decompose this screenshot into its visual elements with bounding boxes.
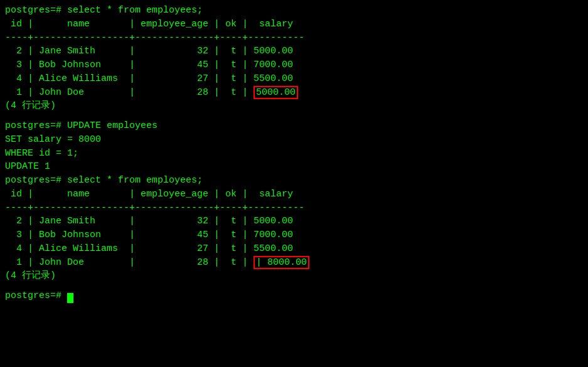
update-text: UPDATE employees	[67, 120, 158, 131]
update-result: UPDATE 1	[5, 160, 583, 174]
blank-2	[5, 283, 583, 289]
row-1-4: 1 | John Doe | 28 | t | 5000.00	[5, 86, 583, 100]
update-cmd-3: WHERE id = 1;	[5, 147, 583, 161]
cursor	[67, 293, 73, 303]
row-2-2: 3 | Bob Johnson | 45 | t | 7000.00	[5, 228, 583, 242]
update-cmd-1: postgres=# UPDATE employees	[5, 119, 583, 133]
count-2: (4 行记录)	[5, 269, 583, 283]
highlighted-salary-1: 5000.00	[254, 86, 298, 99]
blank-1	[5, 113, 583, 119]
prompt-1: postgres=#	[5, 5, 67, 16]
terminal-window: postgres=# select * from employees; id |…	[5, 4, 583, 303]
row-2-3: 4 | Alice Williams | 27 | t | 5500.00	[5, 242, 583, 256]
prompt-2: postgres=#	[5, 120, 67, 131]
header-row-2: id | name | employee_age | ok | salary	[5, 188, 583, 201]
row-2-1: 2 | Jane Smith | 32 | t | 5000.00	[5, 215, 583, 228]
prompt-final: postgres=#	[5, 290, 67, 301]
cmd2-text: select * from employees;	[67, 175, 203, 186]
separator-1: ----+-----------------+--------------+--…	[5, 31, 583, 45]
update-cmd-2: SET salary = 8000	[5, 133, 583, 147]
header-row-1: id | name | employee_age | ok | salary	[5, 18, 583, 31]
separator-2: ----+-----------------+--------------+--…	[5, 201, 583, 215]
row-1-2: 3 | Bob Johnson | 45 | t | 7000.00	[5, 58, 583, 72]
second-command: postgres=# select * from employees;	[5, 174, 583, 188]
highlighted-salary-2: | 8000.00	[254, 256, 309, 269]
prompt-3: postgres=#	[5, 175, 67, 186]
final-prompt-line: postgres=#	[5, 289, 583, 303]
row-2-4: 1 | John Doe | 28 | t | | 8000.00	[5, 256, 583, 270]
count-1: (4 行记录)	[5, 99, 583, 113]
cmd1-text: select * from employees;	[67, 5, 203, 16]
row-1-3: 4 | Alice Williams | 27 | t | 5500.00	[5, 72, 583, 86]
first-command: postgres=# select * from employees;	[5, 4, 583, 18]
row-1-1: 2 | Jane Smith | 32 | t | 5000.00	[5, 45, 583, 58]
